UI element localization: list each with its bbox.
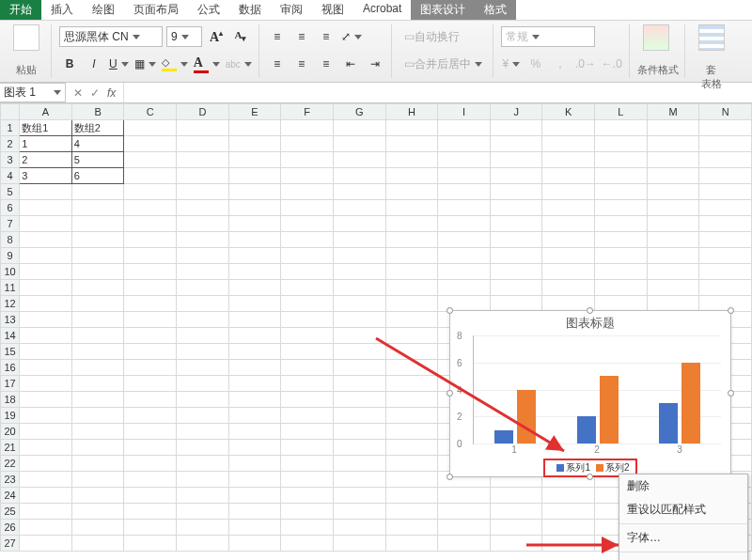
col-header-K[interactable]: K <box>542 104 595 120</box>
cell-D16[interactable] <box>177 360 229 376</box>
cell-C17[interactable] <box>124 376 177 392</box>
cell-A4[interactable]: 3 <box>20 168 72 184</box>
cell-A16[interactable] <box>20 360 72 376</box>
cell-I8[interactable] <box>438 232 491 248</box>
cell-L1[interactable] <box>595 120 648 136</box>
cell-H14[interactable] <box>385 328 438 344</box>
cell-J10[interactable] <box>490 264 542 280</box>
cell-C18[interactable] <box>124 392 177 408</box>
cell-C11[interactable] <box>124 280 177 296</box>
underline-button[interactable]: U <box>108 54 130 74</box>
cell-L12[interactable] <box>595 296 648 312</box>
cell-L5[interactable] <box>595 184 648 200</box>
cell-H6[interactable] <box>385 200 438 216</box>
cell-K26[interactable] <box>542 520 595 536</box>
cell-C26[interactable] <box>124 520 177 536</box>
resize-handle[interactable] <box>446 307 453 314</box>
cell-F19[interactable] <box>281 408 334 424</box>
cell-A9[interactable] <box>20 248 72 264</box>
formula-input[interactable] <box>123 83 752 102</box>
cell-C25[interactable] <box>124 504 177 520</box>
cell-H2[interactable] <box>385 136 438 152</box>
paste-button[interactable] <box>8 24 45 51</box>
cell-B16[interactable] <box>71 360 124 376</box>
row-header-19[interactable]: 19 <box>1 408 20 424</box>
comma-icon[interactable]: , <box>550 54 571 74</box>
cell-J6[interactable] <box>490 200 542 216</box>
cell-F6[interactable] <box>281 200 334 216</box>
cell-E15[interactable] <box>228 344 281 360</box>
cell-E17[interactable] <box>228 376 281 392</box>
cell-D22[interactable] <box>177 456 229 472</box>
cell-A12[interactable] <box>20 296 72 312</box>
tab-开始[interactable]: 开始 <box>0 0 41 20</box>
cell-E5[interactable] <box>228 184 281 200</box>
cell-G1[interactable] <box>333 120 385 136</box>
cell-F5[interactable] <box>281 184 334 200</box>
cell-E4[interactable] <box>228 168 281 184</box>
chart-title[interactable]: 图表标题 <box>450 311 730 335</box>
cell-D18[interactable] <box>177 392 229 408</box>
cell-A14[interactable] <box>20 328 72 344</box>
cell-B26[interactable] <box>71 520 124 536</box>
cell-N3[interactable] <box>699 152 752 168</box>
col-header-J[interactable]: J <box>490 104 542 120</box>
cell-F27[interactable] <box>281 536 334 552</box>
cell-G22[interactable] <box>333 456 385 472</box>
cell-F3[interactable] <box>281 152 334 168</box>
cell-M6[interactable] <box>647 200 699 216</box>
cell-D17[interactable] <box>177 376 229 392</box>
cell-E23[interactable] <box>228 472 281 488</box>
row-header-18[interactable]: 18 <box>1 392 20 408</box>
cell-C12[interactable] <box>124 296 177 312</box>
font-color-button[interactable]: A <box>193 54 221 74</box>
cell-J26[interactable] <box>490 520 542 536</box>
font-name-select[interactable]: 思源黑体 CN <box>59 26 163 47</box>
cell-B12[interactable] <box>71 296 124 312</box>
cell-J7[interactable] <box>490 216 542 232</box>
cell-A19[interactable] <box>20 408 72 424</box>
fill-color-button[interactable]: ◇ <box>161 54 189 74</box>
row-header-24[interactable]: 24 <box>1 488 20 504</box>
cell-N11[interactable] <box>699 280 752 296</box>
orientation-button[interactable]: ⤢ <box>340 26 363 47</box>
cell-A11[interactable] <box>20 280 72 296</box>
cell-I10[interactable] <box>438 264 491 280</box>
cell-B19[interactable] <box>71 408 124 424</box>
cell-B10[interactable] <box>71 264 124 280</box>
cell-H25[interactable] <box>385 504 438 520</box>
resize-handle[interactable] <box>587 307 593 314</box>
cell-N9[interactable] <box>699 248 752 264</box>
cell-N10[interactable] <box>699 264 752 280</box>
cell-F1[interactable] <box>281 120 334 136</box>
cell-C5[interactable] <box>124 184 177 200</box>
cell-J8[interactable] <box>490 232 542 248</box>
col-header-D[interactable]: D <box>177 104 229 120</box>
col-header-H[interactable]: H <box>385 104 438 120</box>
cell-F18[interactable] <box>281 392 334 408</box>
cell-K24[interactable] <box>542 488 595 504</box>
cell-B27[interactable] <box>71 536 124 552</box>
cell-G27[interactable] <box>333 536 385 552</box>
cell-M10[interactable] <box>647 264 699 280</box>
cell-H21[interactable] <box>385 440 438 456</box>
cell-E3[interactable] <box>228 152 281 168</box>
cell-C2[interactable] <box>124 136 177 152</box>
cell-F8[interactable] <box>281 232 334 248</box>
cell-F25[interactable] <box>281 504 334 520</box>
cell-G15[interactable] <box>333 344 385 360</box>
menu-item-字体…[interactable]: 字体… <box>619 526 747 550</box>
cell-G3[interactable] <box>333 152 385 168</box>
cell-B11[interactable] <box>71 280 124 296</box>
cell-H18[interactable] <box>385 392 438 408</box>
cell-F4[interactable] <box>281 168 334 184</box>
row-header-21[interactable]: 21 <box>1 440 20 456</box>
cell-G12[interactable] <box>333 296 385 312</box>
col-header-I[interactable]: I <box>438 104 491 120</box>
cell-J27[interactable] <box>490 536 542 552</box>
cell-J4[interactable] <box>490 168 542 184</box>
cell-G25[interactable] <box>333 504 385 520</box>
currency-icon[interactable]: ¥ <box>501 54 522 74</box>
cell-A17[interactable] <box>20 376 72 392</box>
row-header-23[interactable]: 23 <box>1 472 20 488</box>
